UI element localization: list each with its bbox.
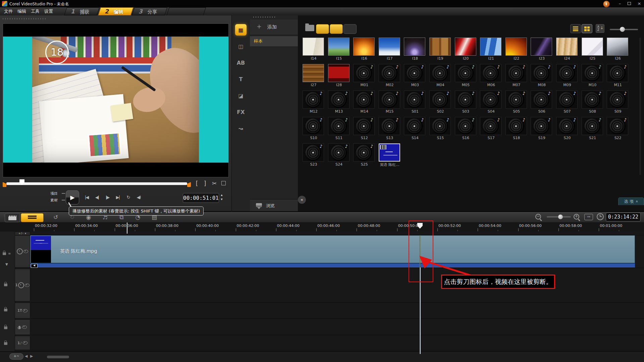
library-item[interactable]: S09 xyxy=(607,90,629,114)
subtitle-ab-icon[interactable]: AB xyxy=(235,57,247,68)
fit-timeline-button[interactable]: +~ xyxy=(9,353,23,360)
collapse-panel-button[interactable]: « xyxy=(298,196,306,204)
timecode-spinner[interactable]: ▲▼ xyxy=(219,193,224,202)
library-item[interactable]: M01 xyxy=(353,64,375,87)
timeline-ruler[interactable]: 00:00:32:0000:00:34:0000:00:36:0000:00:3… xyxy=(0,222,644,232)
fit-project-button[interactable]: ↔ xyxy=(584,214,593,220)
library-item[interactable]: S03 xyxy=(455,90,477,114)
show-photos-filter[interactable] xyxy=(330,24,343,34)
show-audio-filter[interactable] xyxy=(343,24,357,34)
step-tab[interactable]: 2 编辑 xyxy=(99,7,132,15)
repeat-button[interactable]: ↻ xyxy=(123,194,133,201)
library-item[interactable]: S11 xyxy=(328,117,350,140)
library-item[interactable]: I27 xyxy=(303,64,325,87)
zoom-out-icon[interactable]: − xyxy=(535,214,541,220)
timeline-scrollbar[interactable] xyxy=(47,356,69,358)
library-item[interactable]: 英语 陈红... xyxy=(379,143,401,167)
timeline-clip[interactable]: 英语 陈红梅.mpg xyxy=(30,235,635,263)
library-item[interactable]: I14 xyxy=(303,38,325,61)
track-manage-strip[interactable]: +/- ▾ xyxy=(15,232,30,235)
library-item[interactable]: S15 xyxy=(429,117,451,140)
options-tab[interactable]: 选项« xyxy=(618,197,644,205)
filters-fx-icon[interactable]: FX xyxy=(235,106,247,118)
library-item[interactable]: M08 xyxy=(531,64,553,87)
thumbnail-zoom-thumb[interactable] xyxy=(620,27,625,32)
library-item[interactable]: M13 xyxy=(328,90,350,114)
library-scrollbar[interactable] xyxy=(639,38,641,175)
browse-button[interactable]: 浏览 xyxy=(250,199,298,212)
library-item[interactable]: M07 xyxy=(505,64,528,87)
library-item[interactable]: M12 xyxy=(303,90,325,114)
library-item[interactable]: M03 xyxy=(404,64,426,87)
media-library-icon[interactable]: ▦ xyxy=(235,24,247,36)
music-track-header[interactable]: 1♪ xyxy=(15,336,30,350)
add-gallery-button[interactable]: + xyxy=(257,23,262,30)
transitions-icon[interactable]: ◫ xyxy=(235,41,247,52)
library-item[interactable]: S23 xyxy=(303,143,325,167)
library-item[interactable]: S24 xyxy=(328,143,350,167)
zoom-in-icon[interactable]: + xyxy=(574,214,579,220)
library-item[interactable]: I17 xyxy=(379,38,401,61)
home-button[interactable]: |◀ xyxy=(82,194,91,201)
library-item[interactable]: S04 xyxy=(480,90,502,114)
previous-frame-button[interactable]: ◀| xyxy=(92,194,102,201)
ripple-edit-icon[interactable]: ≡ xyxy=(8,252,11,255)
library-item[interactable]: I18 xyxy=(404,38,426,61)
step-tab[interactable]: 3 分享 xyxy=(133,7,166,15)
library-item[interactable]: S07 xyxy=(556,90,578,114)
library-item[interactable]: S16 xyxy=(455,117,477,140)
titles-icon[interactable]: T xyxy=(235,73,247,85)
library-item[interactable]: S21 xyxy=(582,117,604,140)
library-item[interactable]: I28 xyxy=(328,64,350,87)
library-item[interactable]: S22 xyxy=(607,117,629,140)
lock-icon[interactable] xyxy=(4,284,7,286)
lock-icon[interactable] xyxy=(4,342,7,345)
library-item[interactable]: S14 xyxy=(404,117,426,140)
show-videos-filter[interactable] xyxy=(316,24,329,34)
sort-button[interactable]: A Z ↓ xyxy=(596,24,604,33)
library-item[interactable]: M15 xyxy=(379,90,401,114)
library-item[interactable]: S18 xyxy=(505,117,528,140)
voice-track-header[interactable] xyxy=(15,319,30,335)
library-item[interactable]: I20 xyxy=(455,38,477,61)
library-item[interactable]: M04 xyxy=(429,64,451,87)
scroll-left-button[interactable]: ◀ xyxy=(25,354,28,358)
library-item[interactable]: M11 xyxy=(607,64,629,87)
undo-icon[interactable]: ↺ xyxy=(51,213,60,222)
library-item[interactable]: S12 xyxy=(353,117,375,140)
library-item[interactable]: I25 xyxy=(582,38,604,61)
grid-view-button[interactable] xyxy=(582,24,592,33)
clip-audio-strip[interactable]: ◀) xyxy=(30,263,635,267)
library-item[interactable]: S17 xyxy=(480,117,502,140)
library-item[interactable]: M14 xyxy=(353,90,375,114)
library-item[interactable]: I21 xyxy=(480,38,502,61)
library-item[interactable]: S10 xyxy=(303,117,325,140)
library-item[interactable]: I23 xyxy=(531,38,553,61)
library-item[interactable]: M10 xyxy=(582,64,604,87)
scroll-right-button[interactable]: ▶ xyxy=(30,354,33,358)
project-duration-icon[interactable] xyxy=(597,213,604,220)
library-item[interactable]: S05 xyxy=(505,90,528,114)
library-item[interactable]: S06 xyxy=(531,90,553,114)
library-item[interactable]: S13 xyxy=(379,117,401,140)
library-item[interactable]: I16 xyxy=(353,38,375,61)
library-item[interactable]: M02 xyxy=(379,64,401,87)
list-view-button[interactable] xyxy=(570,24,581,33)
library-item[interactable]: M05 xyxy=(455,64,477,87)
library-item[interactable]: S08 xyxy=(582,90,604,114)
library-item[interactable]: I22 xyxy=(505,38,528,61)
library-item[interactable]: M06 xyxy=(480,64,502,87)
library-item[interactable]: I26 xyxy=(607,38,629,61)
gallery-item-samples[interactable]: 样本 xyxy=(250,36,298,46)
corel-hint-ball-icon[interactable] xyxy=(603,1,610,7)
overlay-track-header[interactable]: 1 xyxy=(15,269,30,301)
graphics-icon[interactable]: ◪ xyxy=(235,90,247,101)
library-item[interactable]: S20 xyxy=(556,117,578,140)
library-item[interactable]: S25 xyxy=(353,143,375,167)
close-button[interactable]: × xyxy=(635,0,643,7)
lock-icon[interactable] xyxy=(3,252,6,255)
chevron-down-icon[interactable]: ▼ xyxy=(5,262,8,266)
restore-button[interactable] xyxy=(625,0,633,7)
library-item[interactable]: S01 xyxy=(404,90,426,114)
library-item[interactable]: S19 xyxy=(531,117,553,140)
